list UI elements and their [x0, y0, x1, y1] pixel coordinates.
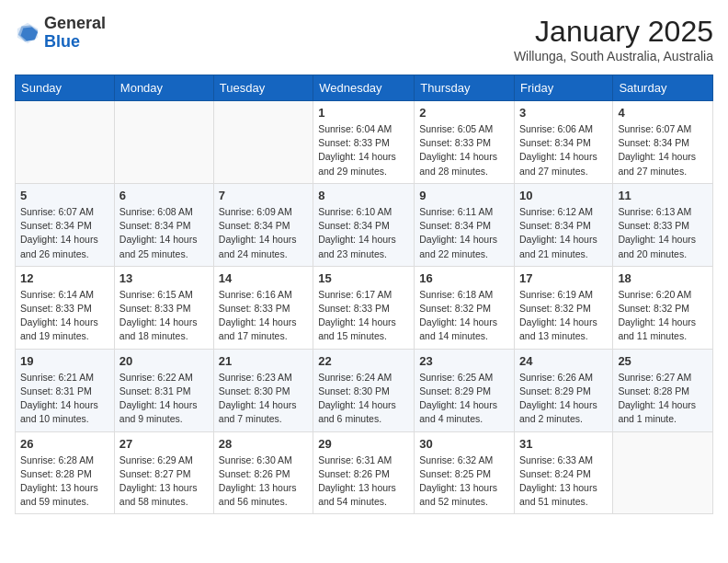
calendar-header: SundayMondayTuesdayWednesdayThursdayFrid…	[16, 75, 713, 101]
calendar-cell: 21Sunrise: 6:23 AM Sunset: 8:30 PM Dayli…	[213, 349, 313, 431]
day-number: 15	[318, 271, 409, 285]
day-number: 25	[618, 354, 708, 368]
day-info: Sunrise: 6:25 AM Sunset: 8:29 PM Dayligh…	[419, 371, 509, 427]
calendar-cell: 14Sunrise: 6:16 AM Sunset: 8:33 PM Dayli…	[213, 266, 313, 349]
weekday-header-row: SundayMondayTuesdayWednesdayThursdayFrid…	[16, 75, 713, 101]
day-info: Sunrise: 6:22 AM Sunset: 8:31 PM Dayligh…	[119, 371, 209, 427]
day-number: 20	[119, 354, 209, 368]
day-info: Sunrise: 6:26 AM Sunset: 8:29 PM Dayligh…	[519, 371, 608, 427]
day-number: 13	[119, 271, 209, 285]
day-info: Sunrise: 6:30 AM Sunset: 8:26 PM Dayligh…	[219, 454, 308, 510]
day-info: Sunrise: 6:20 AM Sunset: 8:32 PM Dayligh…	[618, 288, 708, 344]
calendar-cell	[16, 101, 115, 184]
day-number: 18	[618, 271, 708, 285]
day-number: 5	[20, 189, 109, 202]
calendar-cell: 6Sunrise: 6:08 AM Sunset: 8:34 PM Daylig…	[114, 183, 213, 266]
day-info: Sunrise: 6:14 AM Sunset: 8:33 PM Dayligh…	[20, 288, 109, 344]
calendar-cell: 5Sunrise: 6:07 AM Sunset: 8:34 PM Daylig…	[16, 183, 115, 266]
weekday-header-saturday: Saturday	[613, 75, 713, 101]
day-info: Sunrise: 6:29 AM Sunset: 8:27 PM Dayligh…	[119, 454, 209, 510]
day-info: Sunrise: 6:19 AM Sunset: 8:32 PM Dayligh…	[519, 288, 608, 344]
day-number: 7	[219, 189, 308, 202]
day-info: Sunrise: 6:11 AM Sunset: 8:34 PM Dayligh…	[419, 205, 509, 261]
day-number: 2	[419, 106, 509, 120]
calendar-cell: 23Sunrise: 6:25 AM Sunset: 8:29 PM Dayli…	[415, 349, 515, 431]
calendar-cell	[613, 431, 713, 514]
calendar-cell: 1Sunrise: 6:04 AM Sunset: 8:33 PM Daylig…	[313, 101, 415, 184]
month-title: January 2025	[514, 15, 713, 49]
calendar-week-row: 1Sunrise: 6:04 AM Sunset: 8:33 PM Daylig…	[16, 101, 713, 184]
day-info: Sunrise: 6:10 AM Sunset: 8:34 PM Dayligh…	[318, 205, 409, 261]
day-number: 16	[419, 271, 509, 285]
logo: General Blue	[15, 15, 106, 52]
calendar-cell: 4Sunrise: 6:07 AM Sunset: 8:34 PM Daylig…	[613, 101, 713, 184]
calendar-body: 1Sunrise: 6:04 AM Sunset: 8:33 PM Daylig…	[16, 101, 713, 514]
day-number: 8	[318, 189, 409, 202]
calendar-cell: 28Sunrise: 6:30 AM Sunset: 8:26 PM Dayli…	[213, 431, 313, 514]
day-info: Sunrise: 6:27 AM Sunset: 8:28 PM Dayligh…	[618, 371, 708, 427]
day-info: Sunrise: 6:28 AM Sunset: 8:28 PM Dayligh…	[20, 454, 109, 510]
day-number: 24	[519, 354, 608, 368]
day-info: Sunrise: 6:08 AM Sunset: 8:34 PM Dayligh…	[119, 205, 209, 261]
logo-text: General Blue	[44, 15, 106, 52]
calendar-week-row: 26Sunrise: 6:28 AM Sunset: 8:28 PM Dayli…	[16, 431, 713, 514]
day-info: Sunrise: 6:07 AM Sunset: 8:34 PM Dayligh…	[20, 205, 109, 261]
day-number: 12	[20, 271, 109, 285]
calendar-cell: 19Sunrise: 6:21 AM Sunset: 8:31 PM Dayli…	[16, 349, 115, 431]
day-number: 6	[119, 189, 209, 202]
day-info: Sunrise: 6:06 AM Sunset: 8:34 PM Dayligh…	[519, 122, 608, 178]
calendar-week-row: 19Sunrise: 6:21 AM Sunset: 8:31 PM Dayli…	[16, 349, 713, 431]
day-info: Sunrise: 6:31 AM Sunset: 8:26 PM Dayligh…	[318, 454, 409, 510]
day-number: 26	[20, 437, 109, 451]
day-number: 19	[20, 354, 109, 368]
day-info: Sunrise: 6:07 AM Sunset: 8:34 PM Dayligh…	[618, 122, 708, 178]
calendar-cell: 12Sunrise: 6:14 AM Sunset: 8:33 PM Dayli…	[16, 266, 115, 349]
calendar-cell: 24Sunrise: 6:26 AM Sunset: 8:29 PM Dayli…	[515, 349, 613, 431]
calendar-week-row: 12Sunrise: 6:14 AM Sunset: 8:33 PM Dayli…	[16, 266, 713, 349]
calendar-cell: 10Sunrise: 6:12 AM Sunset: 8:34 PM Dayli…	[515, 183, 613, 266]
calendar-cell: 27Sunrise: 6:29 AM Sunset: 8:27 PM Dayli…	[114, 431, 213, 514]
calendar-cell: 31Sunrise: 6:33 AM Sunset: 8:24 PM Dayli…	[515, 431, 613, 514]
day-info: Sunrise: 6:23 AM Sunset: 8:30 PM Dayligh…	[219, 371, 308, 427]
calendar-cell: 9Sunrise: 6:11 AM Sunset: 8:34 PM Daylig…	[415, 183, 515, 266]
logo-blue: Blue	[44, 32, 80, 51]
day-number: 1	[318, 106, 409, 120]
day-number: 21	[219, 354, 308, 368]
calendar-table: SundayMondayTuesdayWednesdayThursdayFrid…	[15, 75, 713, 514]
calendar-cell: 29Sunrise: 6:31 AM Sunset: 8:26 PM Dayli…	[313, 431, 415, 514]
calendar-cell: 8Sunrise: 6:10 AM Sunset: 8:34 PM Daylig…	[313, 183, 415, 266]
calendar-cell: 30Sunrise: 6:32 AM Sunset: 8:25 PM Dayli…	[415, 431, 515, 514]
calendar-cell: 13Sunrise: 6:15 AM Sunset: 8:33 PM Dayli…	[114, 266, 213, 349]
weekday-header-wednesday: Wednesday	[313, 75, 415, 101]
day-info: Sunrise: 6:17 AM Sunset: 8:33 PM Dayligh…	[318, 288, 409, 344]
calendar-cell: 2Sunrise: 6:05 AM Sunset: 8:33 PM Daylig…	[415, 101, 515, 184]
calendar-cell: 15Sunrise: 6:17 AM Sunset: 8:33 PM Dayli…	[313, 266, 415, 349]
calendar-cell: 22Sunrise: 6:24 AM Sunset: 8:30 PM Dayli…	[313, 349, 415, 431]
day-info: Sunrise: 6:04 AM Sunset: 8:33 PM Dayligh…	[318, 122, 409, 178]
weekday-header-thursday: Thursday	[415, 75, 515, 101]
weekday-header-sunday: Sunday	[16, 75, 115, 101]
weekday-header-monday: Monday	[114, 75, 213, 101]
title-block: January 2025 Willunga, South Australia, …	[514, 15, 713, 63]
calendar-cell: 16Sunrise: 6:18 AM Sunset: 8:32 PM Dayli…	[415, 266, 515, 349]
day-number: 30	[419, 437, 509, 451]
weekday-header-tuesday: Tuesday	[213, 75, 313, 101]
calendar-cell: 20Sunrise: 6:22 AM Sunset: 8:31 PM Dayli…	[114, 349, 213, 431]
weekday-header-friday: Friday	[515, 75, 613, 101]
calendar-cell: 25Sunrise: 6:27 AM Sunset: 8:28 PM Dayli…	[613, 349, 713, 431]
day-info: Sunrise: 6:24 AM Sunset: 8:30 PM Dayligh…	[318, 371, 409, 427]
day-number: 10	[519, 189, 608, 202]
calendar-cell: 18Sunrise: 6:20 AM Sunset: 8:32 PM Dayli…	[613, 266, 713, 349]
day-number: 17	[519, 271, 608, 285]
location: Willunga, South Australia, Australia	[514, 49, 713, 63]
day-number: 9	[419, 189, 509, 202]
day-info: Sunrise: 6:09 AM Sunset: 8:34 PM Dayligh…	[219, 205, 308, 261]
calendar-cell	[114, 101, 213, 184]
day-number: 14	[219, 271, 308, 285]
day-info: Sunrise: 6:13 AM Sunset: 8:33 PM Dayligh…	[618, 205, 708, 261]
calendar-cell: 3Sunrise: 6:06 AM Sunset: 8:34 PM Daylig…	[515, 101, 613, 184]
calendar-cell: 11Sunrise: 6:13 AM Sunset: 8:33 PM Dayli…	[613, 183, 713, 266]
day-number: 3	[519, 106, 608, 120]
day-info: Sunrise: 6:16 AM Sunset: 8:33 PM Dayligh…	[219, 288, 308, 344]
logo-icon	[15, 20, 40, 46]
